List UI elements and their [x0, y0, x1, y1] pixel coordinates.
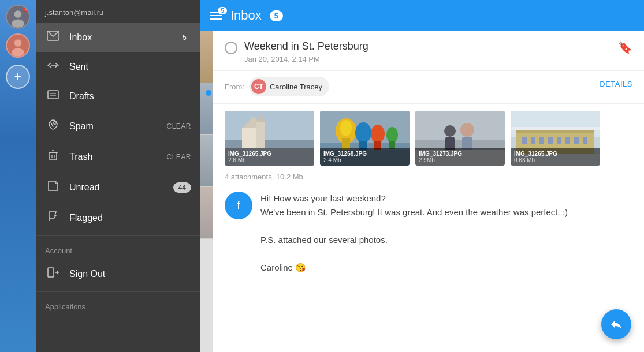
- att-4-name: IMG_31265.JPG: [514, 151, 597, 157]
- svg-rect-23: [225, 111, 314, 140]
- email-subject: Weekend in St. Petersburg: [244, 40, 368, 53]
- email-header: Weekend in St. Petersburg Jan 20, 2014, …: [213, 31, 644, 71]
- spam-label: Spam: [69, 121, 166, 132]
- email-date: Jan 20, 2014, 2:14 PM: [244, 55, 368, 63]
- svg-rect-54: [539, 137, 544, 144]
- email-actions: 🔖: [613, 40, 632, 54]
- svg-rect-53: [531, 137, 535, 144]
- sidebar-item-unread[interactable]: Unread 44: [36, 172, 200, 203]
- sender-name: Caroline Tracey: [270, 83, 322, 91]
- account-section-title: Account: [36, 238, 200, 259]
- divider-2: [36, 291, 200, 292]
- svg-point-5: [12, 48, 24, 57]
- att-3-overlay: IMG_31273.JPG 2.9Mb: [415, 148, 505, 166]
- svg-rect-55: [548, 137, 553, 144]
- trash-icon: [45, 149, 61, 164]
- att-2-overlay: IMG_31268.JPG 2.4 Mb: [320, 148, 410, 166]
- sidebar: j.stanton@mail.ru Inbox 5 Sent: [36, 0, 200, 352]
- sender-avatar: CT: [251, 79, 266, 94]
- avatar-2[interactable]: [6, 33, 30, 58]
- read-toggle-button[interactable]: [225, 42, 237, 54]
- email-detail: Weekend in St. Petersburg Jan 20, 2014, …: [213, 31, 644, 352]
- sidebar-email: j.stanton@mail.ru: [36, 0, 200, 23]
- email-list-strip: [200, 31, 213, 352]
- att-1-name: IMG_31265.JPG: [228, 151, 311, 157]
- email-list-item-4[interactable]: [200, 187, 213, 239]
- sidebar-item-inbox[interactable]: Inbox 5: [36, 23, 200, 52]
- sidebar-item-trash[interactable]: Trash CLEAR: [36, 141, 200, 172]
- email-detail-wrapper: Weekend in St. Petersburg Jan 20, 2014, …: [213, 31, 644, 352]
- svg-point-38: [386, 127, 398, 143]
- sidebar-item-drafts[interactable]: Drafts: [36, 81, 200, 111]
- from-label: From:: [225, 83, 244, 91]
- svg-rect-57: [565, 137, 570, 144]
- inbox-title: Inbox: [230, 8, 262, 23]
- avatar-rail: 5 +: [0, 0, 36, 352]
- body-line-4: Caroline 😘: [260, 261, 632, 275]
- svg-line-10: [51, 122, 53, 127]
- attachment-4[interactable]: IMG_31265.JPG 0.63 Mb: [511, 111, 600, 166]
- body-line-1: Hi! How was your last weekend?: [260, 192, 632, 205]
- email-header-area: Weekend in St. Petersburg Jan 20, 2014, …: [213, 31, 644, 104]
- sender-chip[interactable]: CT Caroline Tracey: [249, 77, 329, 96]
- sidebar-item-spam[interactable]: Spam CLEAR: [36, 111, 200, 141]
- reply-avatar: f: [225, 192, 252, 219]
- reply-fab-button[interactable]: [601, 309, 631, 339]
- svg-rect-20: [48, 268, 54, 277]
- menu-button[interactable]: 5: [210, 12, 222, 20]
- plus-icon: +: [14, 69, 22, 84]
- applications-section-title: Applications: [36, 294, 200, 314]
- svg-rect-59: [583, 137, 587, 144]
- inbox-icon: [45, 31, 61, 44]
- email-list-item-1[interactable]: [200, 31, 213, 83]
- flagged-label: Flagged: [69, 213, 191, 223]
- email-header-left: Weekend in St. Petersburg Jan 20, 2014, …: [225, 40, 368, 63]
- svg-point-1: [14, 10, 22, 18]
- attachment-3[interactable]: IMG_31273.JPG 2.9Mb: [415, 111, 505, 166]
- attachment-1[interactable]: IMG_31265.JPG 2.6 Mb: [225, 111, 314, 166]
- avatar-1[interactable]: 5: [6, 5, 30, 29]
- bookmark-icon[interactable]: 🔖: [618, 40, 632, 54]
- sidebar-item-sent[interactable]: Sent: [36, 52, 200, 81]
- att-4-size: 0.63 Mb: [514, 157, 597, 163]
- attachments-count: 4 attachments, 10.2 Mb: [213, 173, 644, 186]
- att-1-size: 2.6 Mb: [228, 157, 311, 163]
- email-body: f Hi! How was your last weekend? We've b…: [213, 186, 644, 352]
- trash-clear[interactable]: CLEAR: [166, 153, 191, 161]
- top-bar: 5 Inbox 5: [200, 0, 644, 31]
- top-bar-count: 5: [270, 10, 283, 21]
- signout-icon: [45, 267, 61, 281]
- unread-label: Unread: [69, 182, 173, 193]
- att-2-name: IMG_31268.JPG: [323, 151, 406, 157]
- svg-point-4: [14, 39, 22, 47]
- attachments-row: IMG_31265.JPG 2.6 Mb: [213, 104, 644, 173]
- email-list-item-3[interactable]: [200, 135, 213, 187]
- att-1-overlay: IMG_31265.JPG 2.6 Mb: [225, 148, 314, 166]
- sidebar-item-signout[interactable]: Sign Out: [36, 259, 200, 289]
- menu-badge: 5: [218, 7, 227, 14]
- spam-icon: [45, 119, 61, 133]
- content-area: Weekend in St. Petersburg Jan 20, 2014, …: [200, 31, 644, 352]
- sidebar-item-flagged[interactable]: Flagged: [36, 203, 200, 233]
- svg-point-32: [340, 120, 352, 136]
- svg-point-34: [355, 122, 371, 143]
- inbox-badge: 5: [178, 32, 191, 43]
- att-3-size: 2.9Mb: [419, 157, 501, 163]
- avatar-badge: 5: [23, 5, 30, 12]
- body-line-3: P.S. attached our several photos.: [260, 233, 632, 247]
- drafts-label: Drafts: [69, 91, 191, 102]
- main-area: 5 Inbox 5: [200, 0, 644, 352]
- compose-button[interactable]: +: [6, 65, 30, 89]
- inbox-label: Inbox: [69, 32, 178, 43]
- svg-point-43: [444, 125, 456, 137]
- unread-badge: 44: [173, 182, 191, 193]
- attachment-2[interactable]: IMG_31268.JPG 2.4 Mb: [320, 111, 410, 166]
- unread-icon: [45, 180, 61, 194]
- flagged-icon: [45, 211, 61, 225]
- details-button[interactable]: DETAILS: [600, 80, 632, 88]
- spam-clear[interactable]: CLEAR: [166, 122, 191, 130]
- email-list-item-2[interactable]: [200, 83, 213, 135]
- trash-label: Trash: [69, 152, 166, 162]
- signout-label: Sign Out: [69, 269, 191, 279]
- svg-rect-42: [415, 111, 505, 140]
